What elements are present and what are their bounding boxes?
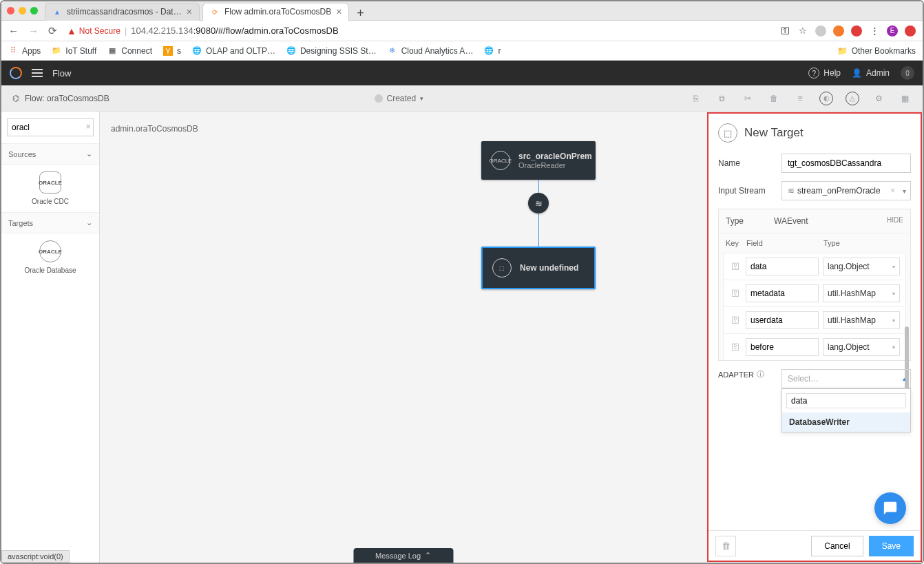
name-label: Name [718, 158, 775, 168]
profile-avatar[interactable]: E [887, 25, 898, 36]
ext-icon[interactable] [815, 25, 826, 36]
chat-fab[interactable] [874, 492, 906, 524]
node-title: src_oracleOnPrem [518, 152, 592, 161]
trash-icon[interactable]: 🗑 [767, 92, 781, 105]
url-field[interactable]: ▲Not Secure | 104.42.215.134:9080/#/flow… [67, 25, 770, 36]
favicon-icon: ▲ [52, 7, 62, 17]
forward-button[interactable]: → [28, 25, 39, 36]
clear-icon[interactable]: × [890, 186, 895, 196]
ext-icon[interactable] [851, 25, 862, 36]
sidebar-item-oracle-db[interactable]: ORACLE Oracle Database [1, 233, 99, 281]
alert-icon[interactable]: △ [846, 92, 859, 105]
search-input[interactable] [7, 118, 94, 136]
adapter-search-input[interactable] [786, 393, 906, 408]
maximize-window[interactable] [30, 7, 38, 14]
browser-tab[interactable]: ⟳ Flow admin.oraToCosmosDB × [202, 3, 350, 21]
field-row: ⚿ util.HashMap▾ [723, 280, 906, 306]
close-tab-icon[interactable]: × [187, 7, 192, 17]
field-name-input[interactable] [746, 284, 819, 302]
bookmark-item[interactable]: ▦Connect [107, 46, 152, 56]
key-icon[interactable]: ⚿ [729, 289, 742, 298]
hide-toggle[interactable]: HIDE [887, 216, 903, 226]
field-type-select[interactable]: util.HashMap▾ [823, 284, 900, 302]
scissors-icon[interactable]: ✂ [741, 92, 755, 105]
browser-titlebar: ▲ striimcassandracosmos - Dat… × ⟳ Flow … [1, 1, 923, 21]
stream-icon: ≋ [788, 186, 795, 196]
more-icon[interactable]: ⋮ [869, 25, 880, 36]
key-icon[interactable]: ⚿ [779, 25, 790, 36]
adapter-dropdown: DatabaseWriter [781, 388, 911, 432]
list-icon[interactable]: ≡ [793, 92, 807, 105]
bookmark-item[interactable]: 🌐Designing SSIS St… [286, 46, 377, 56]
field-type-select[interactable]: lang.Object▾ [823, 258, 900, 275]
col-type: Type [823, 239, 903, 247]
adapter-label: ADAPTER [718, 370, 754, 379]
flow-status[interactable]: Created▾ [375, 94, 424, 103]
ext-icon[interactable] [905, 25, 916, 36]
ext-icon[interactable] [833, 25, 844, 36]
field-name-input[interactable] [746, 258, 819, 275]
input-stream-select[interactable]: ≋ stream_onPremOracle × ▾ [781, 181, 911, 200]
gear-icon[interactable]: ⚙ [872, 92, 885, 105]
field-type-select[interactable]: util.HashMap▾ [823, 311, 900, 329]
minimize-window[interactable] [19, 7, 26, 14]
window-controls [7, 7, 38, 14]
bookmark-item[interactable]: ❄Cloud Analytics A… [388, 46, 474, 56]
close-tab-icon[interactable]: × [336, 7, 342, 17]
bookmark-item[interactable]: Ys [163, 46, 181, 56]
field-type-select[interactable]: lang.Object▾ [823, 338, 900, 356]
cancel-button[interactable]: Cancel [811, 536, 863, 556]
copy-icon[interactable]: ⎘ [689, 92, 702, 105]
flow-canvas[interactable]: admin.oraToCosmosDB ORACLE src_oracleOnP… [100, 112, 706, 563]
save-button[interactable]: Save [869, 536, 914, 556]
message-log[interactable]: Message Log⌃ [353, 548, 453, 563]
delete-button[interactable]: 🗑 [715, 536, 736, 556]
adapter-row: ADAPTER ⓘ Select…▴ DatabaseWriter [718, 369, 911, 388]
type-value: WAEvent [774, 216, 887, 226]
clear-icon[interactable]: × [85, 121, 91, 132]
duplicate-icon[interactable]: ⧉ [715, 92, 728, 105]
apps-button[interactable]: ⠿Apps [8, 46, 41, 56]
source-node[interactable]: ORACLE src_oracleOnPrem OracleReader [481, 141, 596, 180]
name-input[interactable] [781, 154, 911, 173]
help-link[interactable]: ?Help [808, 67, 841, 79]
key-icon[interactable]: ⚿ [729, 342, 742, 352]
grid-icon[interactable]: ▦ [898, 92, 912, 105]
star-icon[interactable]: ☆ [797, 25, 808, 36]
close-window[interactable] [7, 7, 14, 14]
bookmark-item[interactable]: 🌐r [484, 46, 501, 56]
field-name-input[interactable] [746, 338, 819, 356]
oracle-icon: ORACLE [39, 240, 61, 262]
adapter-option[interactable]: DatabaseWriter [782, 412, 910, 432]
not-secure-badge: ▲Not Secure [67, 25, 120, 36]
url-text: 104.42.215.134:9080/#/flow/admin.oraToCo… [131, 25, 338, 36]
browser-tabs: ▲ striimcassandracosmos - Dat… × ⟳ Flow … [45, 1, 368, 21]
gauge-icon[interactable]: ◐ [819, 92, 833, 105]
menu-icon[interactable] [32, 69, 43, 77]
bookmark-item[interactable]: 📁IoT Stuff [52, 46, 96, 56]
chevron-up-icon: ⌃ [425, 551, 431, 560]
app-logo[interactable] [10, 67, 22, 79]
other-bookmarks[interactable]: 📁Other Bookmarks [837, 46, 916, 56]
key-icon[interactable]: ⚿ [729, 262, 742, 271]
targets-header[interactable]: Targets⌄ [1, 212, 99, 233]
back-button[interactable]: ← [8, 25, 19, 36]
tab-title: Flow admin.oraToCosmosDB [224, 7, 331, 17]
target-node[interactable]: ⬚ New undefined [481, 247, 596, 289]
canvas-breadcrumb: admin.oraToCosmosDB [111, 124, 198, 134]
admin-link[interactable]: 👤Admin [852, 68, 890, 78]
tab-title: striimcassandracosmos - Dat… [67, 7, 182, 17]
info-icon[interactable]: ⓘ [757, 369, 764, 379]
bookmark-item[interactable]: 🌐OLAP and OLTP… [192, 46, 275, 56]
new-tab-button[interactable]: + [352, 6, 368, 21]
sources-header[interactable]: Sources⌄ [1, 143, 99, 165]
sidebar-item-oracle-cdc[interactable]: ORACLE Oracle CDC [1, 165, 99, 212]
admin-badge: 0 [901, 66, 914, 80]
field-name-input[interactable] [746, 311, 819, 329]
key-icon[interactable]: ⚿ [729, 315, 742, 325]
adapter-select[interactable]: Select…▴ [781, 369, 911, 388]
stream-node[interactable]: ≋ [528, 193, 549, 213]
reload-button[interactable]: ⟳ [48, 25, 57, 37]
browser-tab[interactable]: ▲ striimcassandracosmos - Dat… × [45, 3, 200, 21]
chevron-down-icon: ▾ [892, 344, 895, 351]
